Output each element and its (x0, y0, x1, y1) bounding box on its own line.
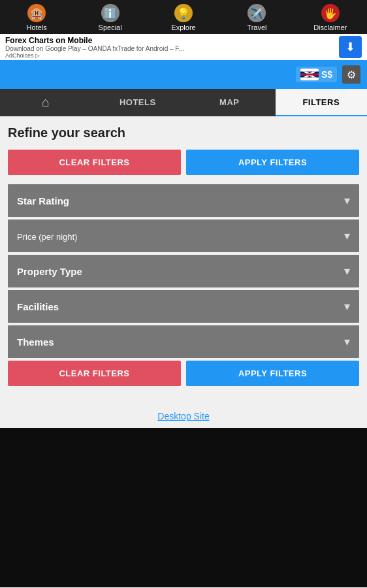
settings-button[interactable]: ⚙ (342, 65, 360, 84)
filter-facilities[interactable]: Facilities ▾ (8, 290, 359, 323)
top-nav: 🏨 Hotels ℹ️ Special 💡 Explore ✈️ Travel … (0, 0, 367, 34)
chevron-down-icon: ▾ (344, 299, 350, 314)
flag-currency-badge[interactable]: S$ (296, 67, 337, 82)
hotels-icon: 🏨 (27, 4, 46, 22)
page-title: Refine your search (8, 125, 359, 140)
toolbar: S$ ⚙ (0, 60, 367, 89)
filter-themes[interactable]: Themes ▾ (8, 325, 359, 358)
tab-hotels[interactable]: HOTELS (92, 89, 184, 116)
ad-subtitle: Download on Google Play – OANDA fxTrade … (5, 45, 334, 52)
tab-map-label: MAP (219, 97, 239, 107)
tab-filters[interactable]: FILTERS (276, 89, 368, 116)
filter-themes-label: Themes (17, 336, 54, 348)
ad-choices: AdChoices ▷ (5, 52, 334, 59)
ad-text: Forex Charts on Mobile Download on Googl… (5, 36, 334, 59)
filter-price-label: Price (per night) (17, 231, 78, 242)
tab-bar: ⌂ HOTELS MAP FILTERS (0, 89, 367, 116)
nav-label-disclaimer: Disclaimer (313, 24, 347, 31)
chevron-down-icon: ▾ (344, 335, 350, 349)
filter-price[interactable]: Price (per night) ▾ (8, 220, 359, 252)
desktop-site-link[interactable]: Desktop Site (0, 402, 367, 428)
tab-filters-label: FILTERS (302, 97, 340, 107)
apply-filters-button-top[interactable]: APPLY FILTERS (186, 150, 359, 175)
clear-filters-button-top[interactable]: CLEAR FILTERS (8, 150, 181, 175)
filter-star-rating-label: Star Rating (17, 195, 69, 206)
filter-star-rating[interactable]: Star Rating ▾ (8, 184, 359, 217)
ad-banner[interactable]: Forex Charts on Mobile Download on Googl… (0, 34, 367, 60)
tab-home[interactable]: ⌂ (0, 89, 92, 116)
nav-label-explore: Explore (171, 24, 195, 31)
nav-item-disclaimer[interactable]: 🖐 Disclaimer (294, 4, 367, 31)
button-row-bottom: CLEAR FILTERS APPLY FILTERS (8, 361, 359, 386)
filter-property-type[interactable]: Property Type ▾ (8, 255, 359, 287)
nav-item-explore[interactable]: 💡 Explore (147, 4, 220, 31)
travel-icon: ✈️ (247, 4, 266, 22)
uk-flag-icon (300, 69, 319, 80)
nav-item-hotels[interactable]: 🏨 Hotels (0, 4, 73, 31)
chevron-down-icon: ▾ (344, 193, 350, 208)
ad-download-button[interactable]: ⬇ (339, 36, 362, 58)
filter-property-type-label: Property Type (17, 266, 82, 277)
nav-item-special[interactable]: ℹ️ Special (73, 4, 146, 31)
home-icon: ⌂ (42, 95, 50, 110)
nav-label-travel: Travel (247, 24, 266, 31)
ad-title: Forex Charts on Mobile (5, 36, 334, 45)
filters-page: Refine your search CLEAR FILTERS APPLY F… (0, 116, 367, 402)
filter-facilities-label: Facilities (17, 301, 59, 312)
button-row-top: CLEAR FILTERS APPLY FILTERS (8, 150, 359, 175)
chevron-down-icon: ▾ (344, 229, 350, 243)
nav-item-travel[interactable]: ✈️ Travel (220, 4, 293, 31)
bottom-dark-area (0, 428, 367, 587)
nav-label-hotels: Hotels (27, 24, 47, 31)
explore-icon: 💡 (174, 4, 193, 22)
apply-filters-button-bottom[interactable]: APPLY FILTERS (186, 361, 359, 386)
currency-label: S$ (321, 69, 332, 80)
tab-hotels-label: HOTELS (120, 97, 156, 107)
clear-filters-button-bottom[interactable]: CLEAR FILTERS (8, 361, 181, 386)
disclaimer-icon: 🖐 (321, 4, 340, 22)
nav-label-special: Special (99, 24, 122, 31)
chevron-down-icon: ▾ (344, 264, 350, 278)
special-icon: ℹ️ (101, 4, 120, 22)
tab-map[interactable]: MAP (184, 89, 276, 116)
